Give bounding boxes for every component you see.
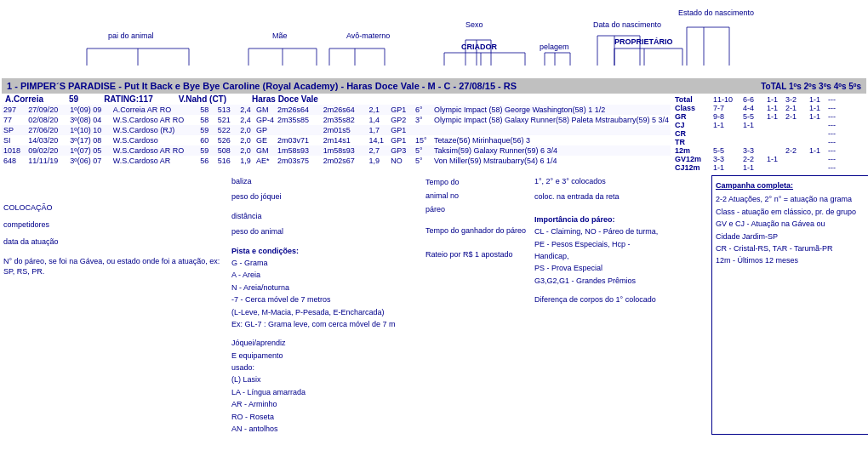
ann-data: Data do nascimento [593, 20, 661, 31]
ann-joquei-equip: Jóquei/aprendiz E equipamento usado: (L)… [231, 337, 419, 435]
ann-pai: pai do animal [108, 31, 154, 42]
table-row: 648 11/11/19 3º(06) 07 W.S.Cardoso AR 56… [2, 156, 671, 166]
stats-row: Total 11-10 6-6 1-1 3-2 1-1 --- [672, 95, 844, 104]
weight-num: 59 [69, 94, 78, 104]
race-table: 297 27/09/20 1º(09) 09 A.Correia AR RO 5… [2, 105, 671, 166]
ann-competidores-label: competidores [3, 218, 225, 231]
race-tbody: 297 27/09/20 1º(09) 09 A.Correia AR RO 5… [2, 105, 671, 166]
header-info: A.Correia 59 RATING:117 V.Nahd (CT) Hara… [2, 94, 671, 105]
stats-row: Class 7-7 4-4 1-1 2-1 1-1 --- [672, 104, 844, 112]
ann-avo: Avô-materno [346, 31, 390, 42]
table-row: 1018 09/02/20 1º(07) 05 W.S.Cardoso AR R… [2, 145, 671, 156]
trainer-name: V.Nahd (CT) [179, 94, 226, 104]
total-header: ToTAL 1ºs 2ºs 3ºs 4ºs 5ºs [761, 82, 861, 91]
horse-title: 1 - PIMPER´S PARADISE - Put It Back e By… [7, 81, 761, 91]
ann-data-atuacao-label: data da atuação [3, 235, 225, 248]
bottom-mid-annotations: baliza peso do jóquei distância peso do … [231, 175, 419, 435]
bottom-tempo: Tempo do animal no páreo Tempo do ganhad… [425, 175, 528, 435]
ann-diferenca: Diferença de corpos do 1° colocado [534, 294, 705, 305]
ann-colocacao-label: COLOCAÇÃO [3, 201, 225, 214]
ann-pista-text: G - Grama A - Areia N - Areia/noturna -7… [231, 257, 419, 330]
ann-pelagem: pelagem [540, 43, 569, 53]
stats-row: CJ12m 1-1 1-1 --- [672, 163, 844, 172]
campaign-title: Campanha completa: [716, 180, 868, 191]
ann-coloc-entrada: coloc. na entrada da reta [534, 191, 705, 202]
table-row: 297 27/09/20 1º(09) 09 A.Correia AR RO 5… [2, 105, 671, 115]
ann-distancia: distância [231, 210, 419, 222]
campaign-box: Campanha completa: 2-2 Atuações, 2° n° =… [711, 175, 868, 435]
stats-row: GR 9-8 5-5 1-1 2-1 1-1 --- [672, 112, 844, 121]
top-annotations: pai do animal Mãe Avô-materno Sexo Data … [2, 2, 866, 78]
jockey-name: A.Correia [5, 94, 43, 104]
stats-row: CR --- [672, 129, 844, 138]
owner-name: Haras Doce Vale [252, 94, 318, 104]
content-area: A.Correia 59 RATING:117 V.Nahd (CT) Hara… [2, 94, 866, 174]
campaign-text: 2-2 Atuações, 2° n° = atuação na grama C… [716, 193, 868, 266]
ann-peso-animal: peso do animal [231, 225, 419, 237]
main-container: pai do animal Mãe Avô-materno Sexo Data … [0, 0, 868, 436]
ann-pista-title: Pista e condições: [231, 245, 419, 257]
ann-mae: Mãe [272, 31, 288, 42]
table-row: SP 27/06/20 1º(10) 10 W.S.Cardoso (RJ) 5… [2, 125, 671, 135]
bottom-flex: COLOCAÇÃO competidores data da atuação N… [2, 175, 866, 435]
header-and-stats: A.Correia 59 RATING:117 V.Nahd (CT) Hara… [2, 94, 866, 174]
rating: RATING:117 [104, 94, 153, 104]
stats-row: 12m 5-5 3-3 2-2 1-1 --- [672, 146, 844, 155]
ann-peso-joquei: peso do jóquei [231, 191, 419, 202]
ann-estado: Estado do nascimento [678, 9, 754, 19]
main-data: A.Correia 59 RATING:117 V.Nahd (CT) Hara… [2, 94, 671, 174]
ann-tempo-animal: Tempo do animal no páreo [425, 175, 528, 217]
table-row: 77 02/08/20 3º(08) 04 W.S.Cardoso AR RO … [2, 115, 671, 125]
bottom-colocados: 1°, 2° e 3° colocados coloc. na entrada … [534, 175, 705, 435]
stats-panel: Total 11-10 6-6 1-1 3-2 1-1 --- Class 7-… [671, 94, 866, 174]
ann-tempo-ganhador: Tempo do ganhador do páreo [425, 224, 528, 237]
ann-nr-pareo: N° do páreo, se foi na Gávea, ou estado … [3, 256, 225, 277]
ann-importancia-text: CL - Claiming, NO - Páreo de turma, PE -… [534, 225, 705, 287]
ann-baliza: baliza [231, 175, 419, 187]
bottom-area: COLOCAÇÃO competidores data da atuação N… [2, 175, 866, 435]
bottom-left-annotations: COLOCAÇÃO competidores data da atuação N… [3, 175, 225, 435]
ann-joquei-text: Jóquei/aprendiz E equipamento usado: (L)… [231, 337, 419, 435]
ann-criador: CRIADOR [461, 43, 497, 53]
title-bar: 1 - PIMPER´S PARADISE - Put It Back e By… [2, 78, 866, 94]
stats-row: GV12m 3-3 2-2 1-1 --- [672, 155, 844, 163]
ann-sexo: Sexo [465, 20, 483, 31]
ann-importancia-title: Importância do páreo: [534, 214, 705, 225]
stats-row: TR --- [672, 138, 844, 146]
table-row: SI 14/03/20 3º(17) 08 W.S.Cardoso 60 526… [2, 135, 671, 145]
ann-proprietario: PROPRIETÁRIO [614, 37, 673, 48]
stats-row: CJ 1-1 1-1 --- [672, 121, 844, 129]
ann-rateio: Rateio por R$ 1 apostado [425, 248, 528, 261]
ann-1-2-3: 1°, 2° e 3° colocados [534, 175, 705, 187]
stats-table: Total 11-10 6-6 1-1 3-2 1-1 --- Class 7-… [672, 95, 844, 172]
